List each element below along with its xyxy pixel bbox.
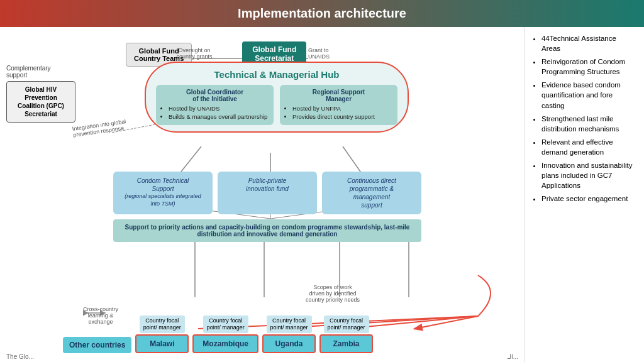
oversight-label: Oversight on country grants xyxy=(172,47,216,60)
cross-country-label: Cross-country learning & exchange xyxy=(75,306,126,325)
mozambique-name: Mozambique xyxy=(192,334,258,353)
hub-title: Technical & Managerial Hub xyxy=(156,69,397,80)
bullet-7: Private sector engagement xyxy=(541,194,636,204)
header: Implementation architecture xyxy=(0,0,644,27)
bullet-1: 44Technical Assistance Areas xyxy=(541,33,636,53)
bullet-2: Reinvigoration of Condom Programming Str… xyxy=(541,57,636,77)
zambia-box: Country focalpoint/ manager Zambia xyxy=(319,315,373,353)
malawi-box: Country focalpoint/ manager Malawi xyxy=(135,315,189,353)
condom-technical-support: Condom Technical Support (regional speci… xyxy=(113,172,213,214)
hub-container: Technical & Managerial Hub Global Coordi… xyxy=(145,62,409,133)
continuous-support: Continuous direct programmatic & managem… xyxy=(322,172,421,214)
right-panel: 44Technical Assistance Areas Reinvigorat… xyxy=(525,27,644,362)
regional-bullet-2: Provides direct country support xyxy=(292,113,392,120)
uganda-box: Country focalpoint/ manager Uganda xyxy=(262,315,316,353)
complementary-label: Complementary support xyxy=(6,65,75,79)
footer-left: The Glo... xyxy=(6,353,34,360)
coordinator-box: Global Coordinator of the Initiative Hos… xyxy=(156,85,274,125)
footer-right: الـ... xyxy=(508,353,518,360)
uganda-name: Uganda xyxy=(262,334,316,353)
hub-ellipse: Technical & Managerial Hub Global Coordi… xyxy=(145,62,409,133)
zambia-name: Zambia xyxy=(319,334,373,353)
bullet-3: Evidence based condom quantification and… xyxy=(541,80,636,110)
middle-section: Condom Technical Support (regional speci… xyxy=(113,172,421,242)
coordinator-bullet-1: Hosted by UNAIDS xyxy=(169,105,269,112)
scopes-label: Scopes of work driven by identified coun… xyxy=(298,284,367,303)
coordinator-title: Global Coordinator of the Initiative xyxy=(161,89,269,102)
bullet-list: 44Technical Assistance Areas Reinvigorat… xyxy=(533,33,636,204)
regional-title: Regional Support Manager xyxy=(285,89,392,102)
other-countries-box: Other countries xyxy=(63,337,131,353)
header-title: Implementation architecture xyxy=(238,6,406,20)
mozambique-box: Country focalpoint/ manager Mozambique xyxy=(192,315,258,353)
regional-bullet-1: Hosted by UNFPA xyxy=(292,105,392,112)
uganda-focal: Country focalpoint/ manager xyxy=(267,315,312,333)
left-side-panel: Complementary support Global HIV Prevent… xyxy=(6,65,75,123)
regional-box: Regional Support Manager Hosted by UNFPA… xyxy=(280,85,397,125)
coordinator-bullet-2: Builds & manages overall partnership xyxy=(169,113,269,120)
bullet-6: Innovation and sustainability plans incl… xyxy=(541,160,636,190)
innovation-fund: Public-private innovation fund xyxy=(218,172,317,214)
bullet-4: Strengthened last mile distribution mech… xyxy=(541,114,636,134)
integration-label: Integration into global prevention respo… xyxy=(72,114,155,138)
zambia-focal: Country focalpoint/ manager xyxy=(324,315,369,333)
global-hiv-box: Global HIV Prevention Coalition (GPC) Se… xyxy=(6,81,75,123)
malawi-name: Malawi xyxy=(135,334,189,353)
bullet-5: Relevant and effective demand generation xyxy=(541,137,636,157)
malawi-focal: Country focalpoint/ manager xyxy=(140,315,185,333)
priority-bar: Support to priority actions and capacity… xyxy=(113,219,421,242)
grant-label: Grant to UNAIDS xyxy=(308,47,330,60)
mozambique-focal: Country focalpoint/ manager xyxy=(203,315,248,333)
